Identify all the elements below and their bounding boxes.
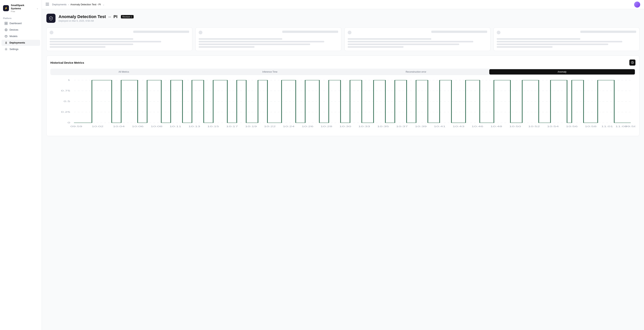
anomaly-chart: 1 0.75 0.5 0.25 0 09:59 10:02 10:04 10:0…: [50, 78, 636, 131]
svg-rect-17: [46, 3, 49, 3]
sidebar-item-deployments[interactable]: Deployments: [2, 40, 40, 46]
page-content: Anomaly Detection Test ↔ PI Revision 1 D…: [42, 9, 644, 330]
sidebar-toggle-button[interactable]: [46, 3, 49, 6]
svg-text:10:41: 10:41: [434, 126, 446, 128]
skeleton-circle-4: [497, 30, 500, 34]
page-subtitle: Deployed on Mar 6, 2025, 9:58 AM: [58, 20, 134, 22]
tab-anomaly[interactable]: Anomaly: [489, 69, 635, 74]
skeleton-line-2d: [199, 46, 254, 48]
skeleton-line-3a: [348, 38, 431, 40]
svg-text:10:56: 10:56: [566, 126, 578, 128]
svg-rect-0: [5, 22, 6, 23]
skeleton-right-4: [580, 30, 636, 33]
svg-text:10:04: 10:04: [113, 126, 125, 128]
skeleton-line-3d: [348, 46, 404, 48]
sidebar-item-models[interactable]: Models: [2, 33, 40, 39]
skeleton-right-1: [133, 30, 189, 33]
svg-point-15: [6, 42, 6, 43]
settings-icon: [4, 48, 8, 51]
svg-text:0: 0: [68, 122, 70, 124]
skeleton-line-1c: [50, 44, 133, 45]
page-header: Anomaly Detection Test ↔ PI Revision 1 D…: [46, 14, 640, 23]
skeleton-line-3b: [348, 41, 473, 42]
svg-text:10:08: 10:08: [150, 126, 162, 128]
svg-text:10:54: 10:54: [547, 126, 559, 128]
svg-text:0.5: 0.5: [64, 100, 70, 102]
box-icon: [4, 35, 8, 38]
skeleton-circle-1: [50, 30, 54, 34]
app-logo-icon: ⚡: [3, 5, 9, 11]
chart-container: Historical Device Metrics All Metrics In…: [46, 56, 640, 136]
svg-text:09:59: 09:59: [70, 126, 82, 128]
svg-rect-19: [46, 5, 49, 6]
skeleton-line-2c: [199, 44, 310, 45]
skeleton-line-2a: [199, 38, 282, 40]
app-plan: Free: [11, 10, 34, 12]
sidebar-item-devices-label: Devices: [10, 28, 18, 31]
svg-text:09:58: 09:58: [625, 126, 636, 128]
svg-text:10:48: 10:48: [490, 126, 502, 128]
sidebar-toggle-chevron[interactable]: ⌄: [36, 7, 38, 10]
sidebar-logo: ⚡ SmallSpark Systems Free ⌄: [0, 2, 42, 16]
page-title: Anomaly Detection Test ↔ PI Revision 1: [58, 14, 134, 19]
tab-all-metrics[interactable]: All Metrics: [51, 69, 197, 74]
svg-text:10:43: 10:43: [452, 126, 464, 128]
metric-card-2: [196, 27, 342, 51]
breadcrumb-dropdown-icon[interactable]: ⌄: [103, 3, 104, 6]
page-title-arrow: ↔: [108, 15, 112, 19]
svg-text:10:11: 10:11: [170, 126, 181, 128]
rocket-icon: [4, 41, 8, 44]
chart-svg-wrapper: 1 0.75 0.5 0.25 0 09:59 10:02 10:04 10:0…: [50, 78, 636, 132]
app-name: SmallSpark Systems: [11, 4, 34, 10]
svg-text:10:26: 10:26: [302, 126, 314, 128]
svg-text:10:13: 10:13: [188, 126, 200, 128]
svg-text:10:30: 10:30: [339, 126, 351, 128]
svg-rect-3: [6, 24, 8, 25]
sidebar-section-platform: Platform: [0, 16, 42, 20]
svg-point-16: [6, 49, 7, 50]
skeleton-line-4c: [497, 44, 608, 45]
svg-rect-2: [5, 24, 6, 25]
user-avatar[interactable]: [634, 2, 640, 8]
page-title-part2: PI: [114, 14, 118, 19]
svg-text:10:39: 10:39: [415, 126, 427, 128]
breadcrumb-deployments[interactable]: Deployments: [52, 3, 66, 6]
skeleton-right-3: [431, 30, 487, 33]
svg-text:10:28: 10:28: [320, 126, 332, 128]
chart-tabs: All Metrics Inference Time Reconstructio…: [50, 68, 636, 75]
svg-text:10:52: 10:52: [528, 126, 540, 128]
breadcrumb-current: Anomaly Detection Test - PI: [70, 3, 101, 6]
page-title-part1: Anomaly Detection Test: [58, 14, 106, 19]
skeleton-line-4a: [497, 38, 580, 40]
sidebar-item-models-label: Models: [10, 35, 18, 38]
svg-text:10:22: 10:22: [264, 126, 276, 128]
sidebar-item-dashboard[interactable]: Dashboard: [2, 20, 40, 26]
topbar-left: Deployments › Anomaly Detection Test - P…: [46, 3, 104, 6]
svg-text:10:19: 10:19: [245, 126, 257, 128]
skeleton-line-1d: [50, 46, 106, 48]
svg-text:10:02: 10:02: [92, 126, 104, 128]
sidebar-item-settings[interactable]: Settings: [2, 46, 40, 52]
svg-text:10:15: 10:15: [207, 126, 219, 128]
svg-text:10:50: 10:50: [509, 126, 521, 128]
cpu-icon: [4, 28, 8, 31]
breadcrumb-separator: ›: [68, 3, 69, 6]
svg-text:10:37: 10:37: [396, 126, 408, 128]
skeleton-line-4b: [497, 41, 622, 42]
chart-history-button[interactable]: [629, 60, 636, 66]
svg-text:10:35: 10:35: [377, 126, 389, 128]
grid-icon: [4, 22, 8, 25]
tab-inference-time[interactable]: Inference Time: [197, 69, 343, 74]
svg-text:10:33: 10:33: [358, 126, 370, 128]
svg-rect-1: [6, 22, 8, 23]
skeleton-right-2: [282, 30, 338, 33]
svg-text:11:01: 11:01: [601, 126, 613, 128]
svg-text:10:24: 10:24: [283, 126, 295, 128]
sidebar-item-dashboard-label: Dashboard: [10, 22, 22, 25]
metric-card-3: [344, 27, 490, 51]
chart-header: Historical Device Metrics: [50, 60, 636, 66]
skeleton-line-1a: [50, 38, 133, 40]
metric-card-1: [46, 27, 192, 51]
tab-reconstruction-error[interactable]: Reconstruction error: [343, 69, 489, 74]
sidebar-item-devices[interactable]: Devices: [2, 27, 40, 33]
